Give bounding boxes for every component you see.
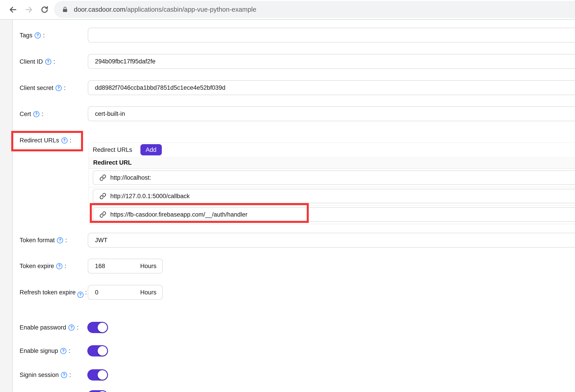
annotation-box-firebase-redirect-url <box>90 203 309 223</box>
enable-password-toggle[interactable] <box>87 322 108 333</box>
nav-button-group <box>0 5 49 15</box>
label-colon: : <box>64 85 66 92</box>
refresh-token-expire-label-text: Refresh token expire <box>20 289 76 296</box>
field-label-token-format: Token format ? : <box>20 234 67 246</box>
link-icon <box>99 193 106 200</box>
forward-icon[interactable] <box>24 5 34 15</box>
redirect-url-value: http://localhost: <box>110 174 151 181</box>
client-secret-label-text: Client secret <box>20 85 53 92</box>
enable-signup-label-text: Enable signup <box>20 347 58 354</box>
redirect-table-column-header: Redirect URL <box>89 157 575 169</box>
enable-signup-toggle[interactable] <box>87 345 108 356</box>
signin-session-label-text: Signin session <box>20 371 59 378</box>
help-icon[interactable]: ? <box>60 348 66 354</box>
token-format-select[interactable]: JWT <box>88 233 575 248</box>
label-colon: : <box>65 263 66 270</box>
back-icon[interactable] <box>8 5 18 15</box>
toggle-knob <box>98 370 107 380</box>
reload-icon[interactable] <box>40 5 49 15</box>
tags-label-text: Tags <box>20 32 32 39</box>
token-expire-unit: Hours <box>140 263 156 270</box>
cert-input[interactable]: cert-built-in <box>88 106 575 121</box>
token-expire-value: 168 <box>95 263 105 270</box>
address-bar[interactable]: door.casdoor.com/applications/casbin/app… <box>54 1 575 18</box>
refresh-token-expire-unit: Hours <box>140 289 156 296</box>
url-path: /applications/casbin/app-vue-python-exam… <box>125 6 256 13</box>
left-gutter <box>0 20 13 392</box>
link-icon <box>99 174 106 181</box>
cert-value: cert-built-in <box>95 110 125 117</box>
client-secret-value: dd8982f7046ccba1bbd7851d5c1ece4e52bf039d <box>95 84 225 91</box>
help-icon[interactable]: ? <box>33 111 39 117</box>
help-icon[interactable]: ? <box>56 85 62 91</box>
field-label-cert: Cert ? : <box>20 108 44 120</box>
table-row: http://localhost: <box>89 169 575 187</box>
add-redirect-url-button[interactable]: Add <box>141 144 162 155</box>
help-icon[interactable]: ? <box>35 32 41 38</box>
bottom-partial-toggle[interactable] <box>87 390 108 392</box>
field-label-client-secret: Client secret ? : <box>20 82 66 94</box>
help-icon[interactable]: ? <box>45 59 51 65</box>
cert-label-text: Cert <box>20 111 31 118</box>
label-colon: : <box>69 371 71 378</box>
enable-password-label-text: Enable password <box>20 324 66 331</box>
field-label-token-expire: Token expire ? : <box>20 260 66 272</box>
label-colon: : <box>43 32 45 39</box>
label-colon: : <box>77 324 78 331</box>
client-secret-input[interactable]: dd8982f7046ccba1bbd7851d5c1ece4e52bf039d <box>88 80 575 95</box>
client-id-label-text: Client ID <box>20 58 43 65</box>
toggle-knob <box>98 346 107 356</box>
redirect-table-title-row: Redirect URLs Add <box>89 143 575 157</box>
help-icon[interactable]: ? <box>69 324 74 331</box>
field-label-enable-signup: Enable signup ? : <box>20 345 71 357</box>
toggle-knob <box>98 391 107 392</box>
redirect-url-value: http://127.0.0.1:5000/callback <box>110 193 190 200</box>
label-colon: : <box>53 58 55 65</box>
refresh-token-expire-input[interactable]: 0 Hours <box>88 285 163 300</box>
help-icon[interactable]: ? <box>57 237 63 243</box>
help-icon[interactable]: ? <box>56 263 62 269</box>
url-text: door.casdoor.com/applications/casbin/app… <box>74 6 256 13</box>
redirect-table-title: Redirect URLs <box>93 146 132 153</box>
field-label-signin-session: Signin session ? : <box>20 369 71 381</box>
annotation-box-redirect-urls-label <box>11 131 83 151</box>
token-format-label-text: Token format <box>20 237 55 244</box>
signin-session-toggle[interactable] <box>87 369 108 381</box>
field-label-refresh-token-expire: Refresh token expire ? : <box>20 287 88 298</box>
redirect-url-input-1[interactable]: http://localhost: <box>93 170 575 185</box>
redirect-url-column-label: Redirect URL <box>93 159 132 166</box>
tags-input[interactable] <box>88 28 575 43</box>
help-icon[interactable]: ? <box>61 372 67 378</box>
redirect-url-input-2[interactable]: http://127.0.0.1:5000/callback <box>93 189 575 203</box>
browser-toolbar: door.casdoor.com/applications/casbin/app… <box>0 0 575 20</box>
label-colon: : <box>85 289 87 296</box>
label-colon: : <box>69 347 71 354</box>
label-colon: : <box>65 237 67 244</box>
token-expire-label-text: Token expire <box>20 263 54 270</box>
label-colon: : <box>42 111 44 118</box>
client-id-value: 294b09fbc17f95daf2fe <box>95 58 156 65</box>
field-label-tags: Tags ? : <box>20 29 45 41</box>
field-label-enable-password: Enable password ? : <box>20 321 78 334</box>
client-id-input[interactable]: 294b09fbc17f95daf2fe <box>88 54 575 69</box>
token-format-value: JWT <box>95 237 107 244</box>
url-domain: door.casdoor.com <box>74 6 125 13</box>
toggle-knob <box>98 323 107 332</box>
refresh-token-expire-value: 0 <box>95 289 98 296</box>
lock-icon[interactable] <box>62 6 69 13</box>
field-label-client-id: Client ID ? : <box>20 56 55 68</box>
token-expire-input[interactable]: 168 Hours <box>88 259 163 274</box>
help-icon[interactable]: ? <box>77 292 83 298</box>
